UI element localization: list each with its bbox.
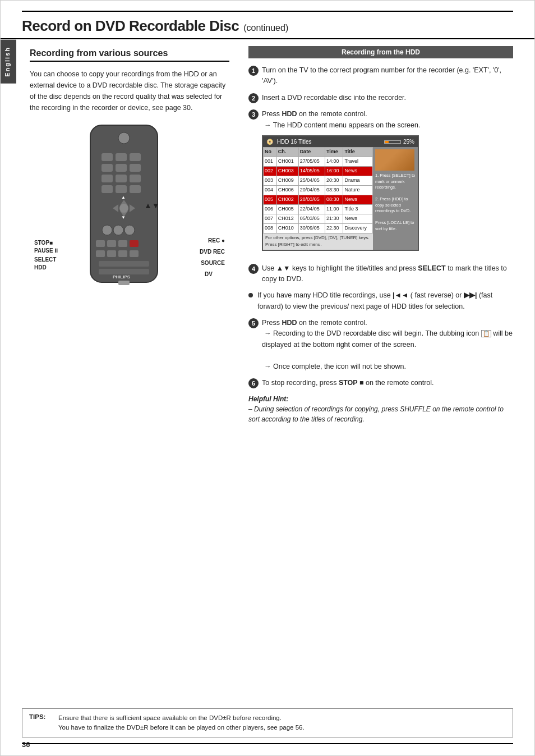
- svg-rect-28: [96, 250, 105, 257]
- tips-content: Ensure that there is sufficient space av…: [58, 713, 305, 733]
- label-stop-pause: STOP■ PAUSE⏸: [34, 239, 59, 255]
- table-row: 002CH00314/05/0516:00News: [264, 167, 373, 176]
- svg-rect-27: [130, 240, 139, 247]
- step-3-content: Press HDD on the remote control. → The H…: [262, 109, 513, 257]
- side-tab-english: English: [1, 40, 16, 84]
- svg-rect-5: [102, 164, 113, 172]
- step-bullet-content: If you have many HDD title recordings, u…: [257, 290, 513, 312]
- svg-point-21: [102, 225, 112, 235]
- remote-area: ▲ ▼: [30, 122, 229, 302]
- step-4: 4 Use ▲▼ keys to highlight the title/tit…: [248, 263, 513, 285]
- step-6-circle: 6: [248, 378, 259, 388]
- step-3-circle: 3: [248, 109, 259, 120]
- remote-wrap: ▲ ▼: [34, 122, 225, 302]
- bottom-rule: [22, 743, 513, 744]
- hdd-sidebar: 1. Press [SELECT] to mark or unmark reco…: [373, 147, 418, 249]
- hdd-screen-body: No Ch. Date Time Title 001CH00127/05/051…: [263, 147, 418, 249]
- page-number: 36: [22, 740, 30, 749]
- tips-line2: You have to finalize the DVD±R before it…: [58, 723, 305, 732]
- table-row: 008CH01030/09/0522:30Discovery: [264, 223, 373, 233]
- hdd-percent-bar: 25%: [384, 138, 414, 146]
- helpful-hint: Helpful Hint: – During selection of reco…: [248, 394, 513, 424]
- main-content: Recording from various sources You can c…: [1, 39, 534, 424]
- svg-rect-33: [99, 269, 149, 274]
- svg-rect-30: [118, 250, 127, 257]
- svg-rect-7: [130, 164, 141, 172]
- hdd-sidebar-thumbnail: [375, 149, 414, 171]
- svg-rect-2: [102, 153, 113, 161]
- table-row: 005CH00228/03/0508:30News: [264, 195, 373, 205]
- hdd-header-row: No Ch. Date Time Title: [264, 148, 373, 157]
- svg-rect-9: [116, 175, 127, 182]
- step-6: 6 To stop recording, press STOP ■ on the…: [248, 378, 513, 388]
- hdd-screen-title-bar: 📀 HDD 16 Titles 25%: [263, 136, 418, 148]
- svg-rect-3: [116, 153, 127, 161]
- step-4-circle: 4: [248, 264, 259, 274]
- step-3: 3 Press HDD on the remote control. → The…: [248, 109, 513, 257]
- page-title-bar: Record on DVD Recordable Disc (continued…: [1, 12, 534, 39]
- hdd-sidebar-instructions: 1. Press [SELECT] to mark or unmark reco…: [375, 173, 416, 232]
- step-1: 1 Turn on the TV to the correct program …: [248, 65, 513, 87]
- left-section-title: Recording from various sources: [30, 48, 229, 62]
- svg-point-22: [113, 225, 123, 235]
- svg-rect-35: [118, 281, 130, 285]
- label-rec: REC ●: [208, 237, 225, 244]
- svg-rect-10: [130, 175, 141, 182]
- helpful-hint-body: – During selection of recordings for cop…: [248, 404, 513, 424]
- table-row: 003CH00925/04/0520:30Drama: [264, 176, 373, 186]
- step-bullet: If you have many HDD title recordings, u…: [248, 290, 513, 312]
- svg-rect-32: [99, 261, 149, 267]
- hdd-screen-title: 📀 HDD 16 Titles: [266, 138, 311, 146]
- bullet-dot: [248, 293, 253, 297]
- svg-rect-31: [130, 250, 139, 257]
- svg-point-1: [118, 132, 130, 144]
- hdd-screen: 📀 HDD 16 Titles 25%: [262, 135, 419, 251]
- label-select-hdd: SELECT HDD: [34, 256, 56, 272]
- svg-rect-12: [116, 185, 127, 193]
- step-2: 2 Insert a DVD recordable disc into the …: [248, 93, 513, 103]
- svg-rect-13: [130, 185, 141, 193]
- step-5-content: Press HDD on the remote control. → Recor…: [262, 318, 513, 372]
- hdd-section-header: Recording from the HDD: [248, 46, 513, 58]
- svg-text:PHILIPS: PHILIPS: [113, 274, 131, 280]
- step-4-content: Use ▲▼ keys to highlight the title/title…: [262, 263, 513, 285]
- svg-text:▼: ▼: [121, 215, 126, 220]
- right-column: Recording from the HDD 1 Turn on the TV …: [243, 39, 513, 424]
- tips-label: TIPS:: [29, 713, 52, 720]
- svg-point-23: [124, 225, 135, 235]
- hdd-footer: For other options, press [DVD], [DV], [T…: [263, 233, 373, 250]
- left-section-body: You can choose to copy your recordings f…: [30, 68, 229, 113]
- step-6-content: To stop recording, press STOP ■ on the r…: [262, 378, 513, 388]
- label-source: SOURCE: [201, 260, 225, 266]
- label-dv: DV: [205, 271, 213, 277]
- svg-point-18: [119, 204, 128, 213]
- step-2-circle: 2: [248, 93, 259, 103]
- step-1-circle: 1: [248, 66, 259, 76]
- arrows-label: ▲▼: [144, 201, 160, 210]
- hdd-table-inner: No Ch. Date Time Title 001CH00127/05/051…: [263, 147, 373, 233]
- step-list: 1 Turn on the TV to the correct program …: [248, 65, 513, 388]
- label-dvd-rec: DVD REC: [200, 249, 225, 255]
- step-5: 5 Press HDD on the remote control. → Rec…: [248, 318, 513, 372]
- svg-rect-26: [118, 240, 127, 247]
- step-5-circle: 5: [248, 318, 259, 328]
- table-row: 004CH00620/04/0503:30Nature: [264, 186, 373, 195]
- page-title-main: Record on DVD Recordable Disc: [22, 17, 239, 35]
- table-row: 001CH00127/05/0514:00Travel: [264, 157, 373, 167]
- left-column: Recording from various sources You can c…: [30, 39, 243, 424]
- svg-text:▲: ▲: [121, 195, 126, 200]
- step-1-content: Turn on the TV to the correct program nu…: [262, 65, 513, 87]
- svg-rect-25: [107, 240, 116, 247]
- svg-rect-4: [130, 153, 141, 161]
- svg-rect-29: [107, 250, 116, 257]
- step-2-content: Insert a DVD recordable disc into the re…: [262, 93, 513, 103]
- svg-rect-8: [102, 175, 113, 182]
- tips-bar: TIPS: Ensure that there is sufficient sp…: [22, 708, 513, 738]
- svg-rect-11: [102, 185, 113, 193]
- page-title-sub: (continued): [243, 23, 288, 33]
- tips-line1: Ensure that there is sufficient space av…: [58, 713, 305, 723]
- table-row: 006CH00522/04/0511:00Title 3: [264, 205, 373, 214]
- svg-rect-6: [116, 164, 127, 172]
- table-row: 007CH01205/03/0521:30News: [264, 214, 373, 223]
- hdd-table: No Ch. Date Time Title 001CH00127/05/051…: [263, 147, 373, 249]
